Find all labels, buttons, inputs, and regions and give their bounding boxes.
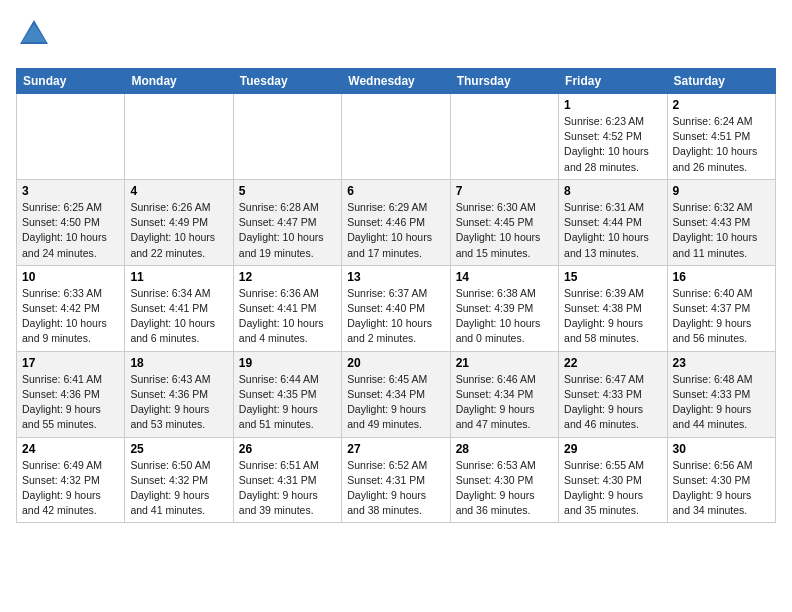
- calendar-cell: 22Sunrise: 6:47 AM Sunset: 4:33 PM Dayli…: [559, 351, 667, 437]
- day-number: 4: [130, 184, 227, 198]
- calendar-cell: 6Sunrise: 6:29 AM Sunset: 4:46 PM Daylig…: [342, 179, 450, 265]
- day-info: Sunrise: 6:31 AM Sunset: 4:44 PM Dayligh…: [564, 200, 661, 261]
- page-header: [16, 16, 776, 56]
- calendar-cell: 13Sunrise: 6:37 AM Sunset: 4:40 PM Dayli…: [342, 265, 450, 351]
- day-number: 6: [347, 184, 444, 198]
- day-info: Sunrise: 6:40 AM Sunset: 4:37 PM Dayligh…: [673, 286, 770, 347]
- day-number: 2: [673, 98, 770, 112]
- day-info: Sunrise: 6:47 AM Sunset: 4:33 PM Dayligh…: [564, 372, 661, 433]
- calendar-cell: [342, 94, 450, 180]
- calendar-cell: 30Sunrise: 6:56 AM Sunset: 4:30 PM Dayli…: [667, 437, 775, 523]
- day-number: 16: [673, 270, 770, 284]
- calendar-cell: 15Sunrise: 6:39 AM Sunset: 4:38 PM Dayli…: [559, 265, 667, 351]
- day-number: 30: [673, 442, 770, 456]
- calendar-cell: 17Sunrise: 6:41 AM Sunset: 4:36 PM Dayli…: [17, 351, 125, 437]
- day-number: 27: [347, 442, 444, 456]
- calendar-cell: 21Sunrise: 6:46 AM Sunset: 4:34 PM Dayli…: [450, 351, 558, 437]
- day-info: Sunrise: 6:29 AM Sunset: 4:46 PM Dayligh…: [347, 200, 444, 261]
- calendar-cell: [125, 94, 233, 180]
- day-info: Sunrise: 6:23 AM Sunset: 4:52 PM Dayligh…: [564, 114, 661, 175]
- calendar-cell: 20Sunrise: 6:45 AM Sunset: 4:34 PM Dayli…: [342, 351, 450, 437]
- day-info: Sunrise: 6:44 AM Sunset: 4:35 PM Dayligh…: [239, 372, 336, 433]
- day-number: 3: [22, 184, 119, 198]
- calendar-header-friday: Friday: [559, 69, 667, 94]
- calendar-cell: [450, 94, 558, 180]
- day-info: Sunrise: 6:34 AM Sunset: 4:41 PM Dayligh…: [130, 286, 227, 347]
- calendar-cell: 10Sunrise: 6:33 AM Sunset: 4:42 PM Dayli…: [17, 265, 125, 351]
- calendar-cell: [233, 94, 341, 180]
- calendar-cell: 12Sunrise: 6:36 AM Sunset: 4:41 PM Dayli…: [233, 265, 341, 351]
- day-number: 28: [456, 442, 553, 456]
- day-number: 19: [239, 356, 336, 370]
- calendar-cell: 28Sunrise: 6:53 AM Sunset: 4:30 PM Dayli…: [450, 437, 558, 523]
- day-number: 8: [564, 184, 661, 198]
- day-info: Sunrise: 6:53 AM Sunset: 4:30 PM Dayligh…: [456, 458, 553, 519]
- calendar-header-wednesday: Wednesday: [342, 69, 450, 94]
- day-info: Sunrise: 6:39 AM Sunset: 4:38 PM Dayligh…: [564, 286, 661, 347]
- day-info: Sunrise: 6:49 AM Sunset: 4:32 PM Dayligh…: [22, 458, 119, 519]
- day-number: 10: [22, 270, 119, 284]
- day-number: 29: [564, 442, 661, 456]
- calendar-cell: 7Sunrise: 6:30 AM Sunset: 4:45 PM Daylig…: [450, 179, 558, 265]
- day-info: Sunrise: 6:38 AM Sunset: 4:39 PM Dayligh…: [456, 286, 553, 347]
- day-info: Sunrise: 6:51 AM Sunset: 4:31 PM Dayligh…: [239, 458, 336, 519]
- calendar-cell: 24Sunrise: 6:49 AM Sunset: 4:32 PM Dayli…: [17, 437, 125, 523]
- calendar-cell: 9Sunrise: 6:32 AM Sunset: 4:43 PM Daylig…: [667, 179, 775, 265]
- day-number: 11: [130, 270, 227, 284]
- day-info: Sunrise: 6:48 AM Sunset: 4:33 PM Dayligh…: [673, 372, 770, 433]
- calendar-week-5: 24Sunrise: 6:49 AM Sunset: 4:32 PM Dayli…: [17, 437, 776, 523]
- calendar-cell: 14Sunrise: 6:38 AM Sunset: 4:39 PM Dayli…: [450, 265, 558, 351]
- day-number: 21: [456, 356, 553, 370]
- day-number: 17: [22, 356, 119, 370]
- calendar-cell: 18Sunrise: 6:43 AM Sunset: 4:36 PM Dayli…: [125, 351, 233, 437]
- calendar-week-3: 10Sunrise: 6:33 AM Sunset: 4:42 PM Dayli…: [17, 265, 776, 351]
- calendar-cell: 25Sunrise: 6:50 AM Sunset: 4:32 PM Dayli…: [125, 437, 233, 523]
- day-info: Sunrise: 6:52 AM Sunset: 4:31 PM Dayligh…: [347, 458, 444, 519]
- day-number: 26: [239, 442, 336, 456]
- calendar-cell: 29Sunrise: 6:55 AM Sunset: 4:30 PM Dayli…: [559, 437, 667, 523]
- day-number: 23: [673, 356, 770, 370]
- day-info: Sunrise: 6:30 AM Sunset: 4:45 PM Dayligh…: [456, 200, 553, 261]
- day-number: 25: [130, 442, 227, 456]
- day-number: 9: [673, 184, 770, 198]
- day-info: Sunrise: 6:24 AM Sunset: 4:51 PM Dayligh…: [673, 114, 770, 175]
- svg-marker-1: [22, 24, 46, 42]
- day-number: 14: [456, 270, 553, 284]
- day-info: Sunrise: 6:45 AM Sunset: 4:34 PM Dayligh…: [347, 372, 444, 433]
- calendar-cell: 4Sunrise: 6:26 AM Sunset: 4:49 PM Daylig…: [125, 179, 233, 265]
- calendar-header-monday: Monday: [125, 69, 233, 94]
- calendar-cell: 26Sunrise: 6:51 AM Sunset: 4:31 PM Dayli…: [233, 437, 341, 523]
- calendar-cell: 27Sunrise: 6:52 AM Sunset: 4:31 PM Dayli…: [342, 437, 450, 523]
- calendar-cell: 8Sunrise: 6:31 AM Sunset: 4:44 PM Daylig…: [559, 179, 667, 265]
- day-info: Sunrise: 6:32 AM Sunset: 4:43 PM Dayligh…: [673, 200, 770, 261]
- logo: [16, 16, 52, 56]
- calendar-cell: 11Sunrise: 6:34 AM Sunset: 4:41 PM Dayli…: [125, 265, 233, 351]
- day-number: 22: [564, 356, 661, 370]
- day-info: Sunrise: 6:43 AM Sunset: 4:36 PM Dayligh…: [130, 372, 227, 433]
- calendar-cell: 5Sunrise: 6:28 AM Sunset: 4:47 PM Daylig…: [233, 179, 341, 265]
- day-number: 24: [22, 442, 119, 456]
- calendar-cell: 1Sunrise: 6:23 AM Sunset: 4:52 PM Daylig…: [559, 94, 667, 180]
- calendar-week-1: 1Sunrise: 6:23 AM Sunset: 4:52 PM Daylig…: [17, 94, 776, 180]
- calendar-header-saturday: Saturday: [667, 69, 775, 94]
- logo-icon: [16, 16, 52, 52]
- calendar-week-4: 17Sunrise: 6:41 AM Sunset: 4:36 PM Dayli…: [17, 351, 776, 437]
- day-info: Sunrise: 6:33 AM Sunset: 4:42 PM Dayligh…: [22, 286, 119, 347]
- calendar-header-tuesday: Tuesday: [233, 69, 341, 94]
- calendar-cell: 19Sunrise: 6:44 AM Sunset: 4:35 PM Dayli…: [233, 351, 341, 437]
- calendar-header-sunday: Sunday: [17, 69, 125, 94]
- day-info: Sunrise: 6:37 AM Sunset: 4:40 PM Dayligh…: [347, 286, 444, 347]
- day-info: Sunrise: 6:55 AM Sunset: 4:30 PM Dayligh…: [564, 458, 661, 519]
- calendar-week-2: 3Sunrise: 6:25 AM Sunset: 4:50 PM Daylig…: [17, 179, 776, 265]
- calendar-cell: 23Sunrise: 6:48 AM Sunset: 4:33 PM Dayli…: [667, 351, 775, 437]
- day-number: 20: [347, 356, 444, 370]
- calendar-header-thursday: Thursday: [450, 69, 558, 94]
- day-info: Sunrise: 6:41 AM Sunset: 4:36 PM Dayligh…: [22, 372, 119, 433]
- day-info: Sunrise: 6:56 AM Sunset: 4:30 PM Dayligh…: [673, 458, 770, 519]
- day-info: Sunrise: 6:36 AM Sunset: 4:41 PM Dayligh…: [239, 286, 336, 347]
- day-number: 13: [347, 270, 444, 284]
- day-number: 1: [564, 98, 661, 112]
- day-number: 5: [239, 184, 336, 198]
- calendar-header-row: SundayMondayTuesdayWednesdayThursdayFrid…: [17, 69, 776, 94]
- calendar-cell: [17, 94, 125, 180]
